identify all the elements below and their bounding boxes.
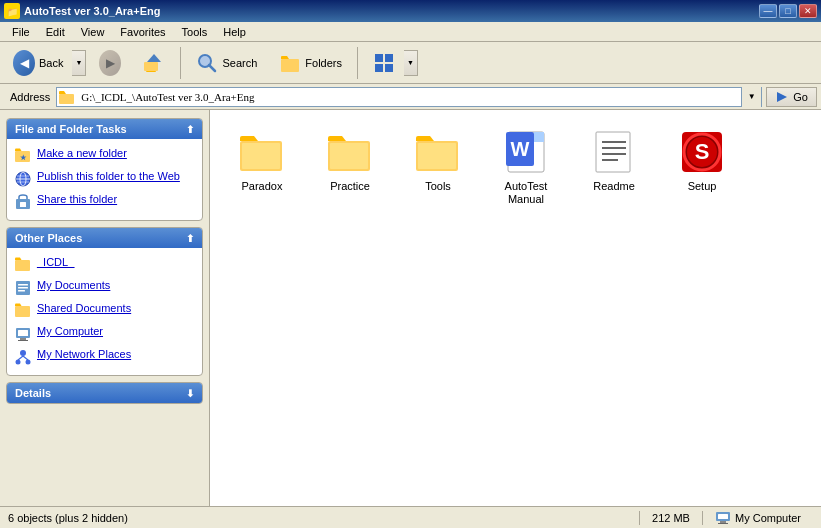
address-input-wrapper: ▼ (56, 87, 762, 107)
disk-size-value: 212 MB (652, 512, 690, 524)
svg-line-6 (209, 65, 215, 71)
menu-item-view[interactable]: View (73, 24, 113, 40)
svg-rect-48 (596, 132, 630, 172)
details-panel: Details ⬇ (6, 382, 203, 404)
share-folder-label: Share this folder (37, 193, 117, 205)
file-name-0: Paradox (242, 180, 283, 193)
menu-item-file[interactable]: File (4, 24, 38, 40)
my-network-places-link[interactable]: My Network Places (11, 346, 198, 367)
icdl-folder-icon (15, 257, 31, 273)
menu-bar: FileEditViewFavoritesToolsHelp (0, 22, 821, 42)
file-item-1[interactable]: Practice (310, 122, 390, 212)
maximize-button[interactable]: □ (779, 4, 797, 18)
search-button[interactable]: Search (187, 47, 266, 79)
file-name-1: Practice (330, 180, 370, 193)
my-network-places-icon (15, 349, 31, 365)
menu-item-favorites[interactable]: Favorites (112, 24, 173, 40)
back-button[interactable]: ◀ Back (4, 47, 72, 79)
expand-details-icon[interactable]: ⬇ (186, 388, 194, 399)
svg-rect-11 (385, 64, 393, 72)
my-documents-link[interactable]: My Documents (11, 277, 198, 298)
address-label: Address (4, 91, 56, 103)
svg-rect-22 (20, 202, 26, 207)
forward-button[interactable]: ▶ (90, 47, 130, 79)
file-folder-tasks-title: File and Folder Tasks (15, 123, 127, 135)
file-name-4: Readme (593, 180, 635, 193)
other-places-panel: Other Places ⬆ _ICDL_ (6, 227, 203, 376)
address-input[interactable] (77, 88, 741, 106)
svg-rect-10 (375, 64, 383, 72)
toolbar: ◀ Back ▼ ▶ Search (0, 42, 821, 84)
file-item-3[interactable]: W AutoTest Manual (486, 122, 566, 212)
folders-button[interactable]: Folders (270, 47, 351, 79)
other-places-body: _ICDL_ My Documents (7, 248, 202, 375)
back-label: Back (39, 57, 63, 69)
shared-documents-icon (15, 303, 31, 319)
svg-text:W: W (511, 138, 530, 160)
svg-point-34 (16, 360, 21, 365)
menu-item-help[interactable]: Help (215, 24, 254, 40)
icdl-label: _ICDL_ (37, 256, 74, 268)
my-network-places-label: My Network Places (37, 348, 131, 360)
icdl-link[interactable]: _ICDL_ (11, 254, 198, 275)
go-label: Go (793, 91, 808, 103)
separator-2 (357, 47, 358, 79)
file-item-2[interactable]: Tools (398, 122, 478, 212)
publish-folder-label: Publish this folder to the Web (37, 170, 180, 182)
my-documents-label: My Documents (37, 279, 110, 291)
up-button[interactable] (134, 47, 174, 79)
file-item-4[interactable]: Readme (574, 122, 654, 212)
view-button[interactable] (364, 47, 404, 79)
file-folder-tasks-panel: File and Folder Tasks ⬆ ★ Make a new fol… (6, 118, 203, 221)
content-area: Paradox Practice Tools W AutoTest Ma (210, 110, 821, 506)
file-item-5[interactable]: S Setup (662, 122, 742, 212)
publish-folder-link[interactable]: Publish this folder to the Web (11, 168, 198, 189)
file-icon-0 (238, 128, 286, 176)
svg-rect-41 (330, 143, 368, 169)
view-dropdown[interactable]: ▼ (404, 50, 418, 76)
app-icon: 📁 (4, 3, 20, 19)
svg-rect-7 (281, 59, 299, 72)
close-button[interactable]: ✕ (799, 4, 817, 18)
file-folder-tasks-body: ★ Make a new folder (7, 139, 202, 220)
shared-documents-link[interactable]: Shared Documents (11, 300, 198, 321)
share-folder-link[interactable]: Share this folder (11, 191, 198, 212)
back-icon: ◀ (13, 52, 35, 74)
my-computer-link[interactable]: My Computer (11, 323, 198, 344)
menu-item-tools[interactable]: Tools (174, 24, 216, 40)
computer-status-label: My Computer (735, 512, 801, 524)
svg-line-36 (18, 356, 23, 360)
svg-rect-27 (18, 290, 25, 292)
status-disk-size: 212 MB (639, 511, 702, 525)
svg-rect-23 (15, 260, 30, 271)
title-bar-left: 📁 AutoTest ver 3.0_Ara+Eng (4, 3, 160, 19)
svg-rect-39 (242, 143, 280, 169)
file-icon-5: S (678, 128, 726, 176)
status-right: 212 MB My Computer (639, 511, 813, 525)
minimize-button[interactable]: — (759, 4, 777, 18)
svg-text:★: ★ (20, 154, 27, 161)
collapse-other-places-icon[interactable]: ⬆ (186, 233, 194, 244)
status-object-count: 6 objects (plus 2 hidden) (8, 512, 639, 524)
make-new-folder-link[interactable]: ★ Make a new folder (11, 145, 198, 166)
file-name-3: AutoTest Manual (492, 180, 560, 206)
back-dropdown[interactable]: ▼ (72, 50, 86, 76)
file-item-0[interactable]: Paradox (222, 122, 302, 212)
svg-rect-25 (18, 284, 28, 286)
svg-point-35 (26, 360, 31, 365)
folders-icon (279, 52, 301, 74)
svg-rect-59 (720, 521, 726, 523)
svg-marker-4 (147, 54, 161, 62)
go-button[interactable]: Go (766, 87, 817, 107)
file-icon-2 (414, 128, 462, 176)
address-dropdown-arrow[interactable]: ▼ (741, 87, 761, 107)
menu-item-edit[interactable]: Edit (38, 24, 73, 40)
file-icon-4 (590, 128, 638, 176)
left-panel: File and Folder Tasks ⬆ ★ Make a new fol… (0, 110, 210, 506)
svg-text:📁: 📁 (7, 6, 19, 18)
collapse-file-tasks-icon[interactable]: ⬆ (186, 124, 194, 135)
my-documents-icon (15, 280, 31, 296)
search-label: Search (222, 57, 257, 69)
svg-rect-60 (718, 523, 728, 524)
title-bar-controls: — □ ✕ (759, 4, 817, 18)
